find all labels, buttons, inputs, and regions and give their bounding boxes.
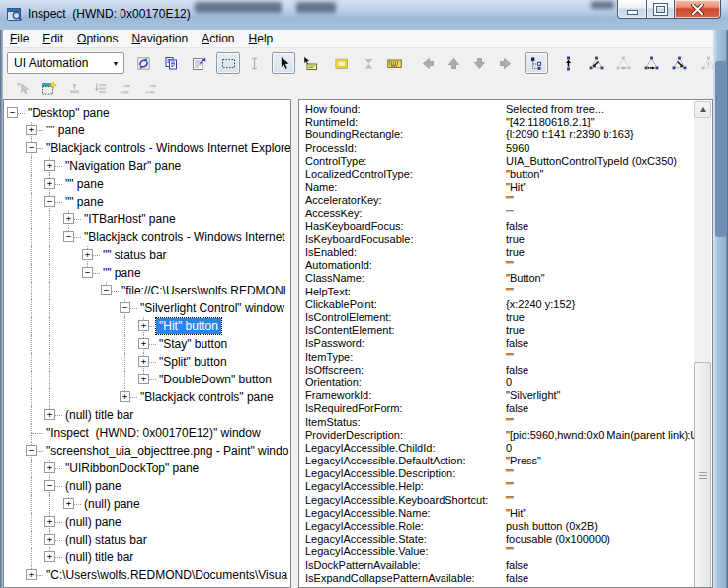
property-row[interactable]: ProcessId:5960 <box>301 142 694 155</box>
collapse-expander-icon[interactable]: − <box>120 302 130 313</box>
property-row[interactable]: Orientation:0 <box>301 377 694 389</box>
tree-row[interactable]: +(null) title bar <box>6 406 291 424</box>
expand-expander-icon[interactable]: + <box>26 125 37 135</box>
expand-expander-icon[interactable]: + <box>63 498 74 509</box>
maximize-button[interactable] <box>647 0 675 19</box>
show-bounding-rect-toggle[interactable] <box>216 52 240 74</box>
menu-action[interactable]: Action <box>195 31 241 46</box>
tree-row[interactable]: +"DoubleDown" button <box>6 371 291 388</box>
tree-row[interactable]: +"" pane <box>6 175 291 193</box>
menu-options[interactable]: Options <box>70 31 124 46</box>
focus-tracking-button[interactable] <box>37 77 60 99</box>
expand-expander-icon[interactable]: + <box>44 516 55 527</box>
property-row[interactable]: AutomationId:"" <box>301 259 694 272</box>
nav-last-child-button[interactable] <box>667 52 690 74</box>
property-row[interactable]: LegacyIAccessible.DefaultAction:"Press" <box>301 455 694 467</box>
tree-row[interactable]: +"" status bar <box>6 246 291 264</box>
menu-edit[interactable]: Edit <box>36 31 70 46</box>
scrollbar-up-button[interactable] <box>694 101 711 118</box>
tree-row[interactable]: −"Silverlight Control" window <box>6 299 291 317</box>
collapse-expander-icon[interactable]: − <box>82 267 93 278</box>
collapse-expander-icon[interactable]: − <box>101 285 112 295</box>
property-row[interactable]: BoundingRectangle:{l:2090 t:141 r:2390 b… <box>301 128 694 141</box>
property-row[interactable]: LegacyIAccessible.State:focusable (0x100… <box>301 533 694 546</box>
show-tooltip-button[interactable] <box>297 52 321 74</box>
expand-expander-icon[interactable]: + <box>44 160 55 171</box>
menu-file[interactable]: File <box>3 31 36 46</box>
property-row[interactable]: IsOffscreen:false <box>301 364 694 377</box>
property-row[interactable]: AcceleratorKey:"" <box>301 194 694 207</box>
menu-navigation[interactable]: Navigation <box>124 31 195 46</box>
minimize-button[interactable] <box>617 0 647 19</box>
collapse-expander-icon[interactable]: − <box>44 196 55 207</box>
tree-row[interactable]: +"C:\Users\wolfs.REDMOND\Documents\Visua <box>6 566 291 584</box>
expand-expander-icon[interactable]: + <box>44 534 55 545</box>
expand-expander-icon[interactable]: + <box>138 356 149 367</box>
property-row[interactable]: IsExpandCollapsePatternAvailable:false <box>301 572 694 585</box>
property-row[interactable]: LegacyIAccessible.Name:"Hit" <box>301 507 694 520</box>
tree-row[interactable]: +"Navigation Bar" pane <box>6 157 291 175</box>
tree-row[interactable]: +"ITBarHost" pane <box>6 210 291 228</box>
expand-expander-icon[interactable]: + <box>44 178 55 189</box>
close-button[interactable] <box>675 0 721 19</box>
property-row[interactable]: IsPassword:false <box>301 337 694 350</box>
tree-row[interactable]: +"Hit" button <box>6 317 291 335</box>
refresh-button[interactable] <box>131 52 155 74</box>
property-row[interactable]: IsRequiredForForm:false <box>301 402 694 415</box>
expand-expander-icon[interactable]: + <box>44 462 55 473</box>
tree-row[interactable]: −"" pane <box>6 193 291 210</box>
tree-row[interactable]: +(null) status bar <box>6 531 291 548</box>
titlebar[interactable]: Inspect (HWND: 0x00170E12) <box>0 0 728 31</box>
mode-combobox[interactable]: UI Automation ▼ <box>7 52 124 74</box>
tree-row[interactable]: −(null) pane <box>6 477 291 495</box>
property-row[interactable]: FrameworkId:"Silverlight" <box>301 389 694 402</box>
property-row[interactable]: ItemType:"" <box>301 351 694 364</box>
vertical-scrollbar[interactable] <box>694 101 711 587</box>
tree-row[interactable]: +"Stay" button <box>6 335 291 353</box>
property-row[interactable]: LegacyIAccessible.ChildId:0 <box>301 442 694 455</box>
property-row[interactable]: IsKeyboardFocusable:true <box>301 233 694 246</box>
property-row[interactable]: LegacyIAccessible.Help:"" <box>301 480 694 493</box>
property-row[interactable]: RuntimeId:"[42.1180618.2.1]" <box>301 116 694 128</box>
tree-view-toggle[interactable] <box>525 52 548 74</box>
cursor-tracking-toggle[interactable] <box>272 52 295 74</box>
expand-expander-icon[interactable]: + <box>44 551 55 562</box>
property-row[interactable]: LegacyIAccessible.KeyboardShortcut:"" <box>301 494 694 507</box>
property-row[interactable]: HelpText:"" <box>301 286 694 298</box>
expand-expander-icon[interactable]: + <box>26 569 37 580</box>
expand-expander-icon[interactable]: + <box>138 320 149 331</box>
property-row[interactable]: ProviderDescription:"[pid:5960,hwnd:0x0 … <box>301 429 694 442</box>
nav-parent-button[interactable] <box>556 52 580 74</box>
property-row[interactable]: AccessKey:"" <box>301 208 694 220</box>
property-row[interactable]: Name:"Hit" <box>301 181 694 194</box>
property-row[interactable]: ItemStatus:"" <box>301 416 694 429</box>
property-row[interactable]: ControlType:UIA_ButtonControlTypeId (0xC… <box>301 155 694 168</box>
copy-button[interactable] <box>159 52 183 74</box>
expand-expander-icon[interactable]: + <box>63 213 74 224</box>
expand-expander-icon[interactable]: + <box>44 409 55 420</box>
expand-expander-icon[interactable]: + <box>82 249 93 260</box>
tree-row[interactable]: −"" pane <box>6 264 291 282</box>
tree-row[interactable]: +"Split" button <box>6 353 291 371</box>
tree-row[interactable]: +(null) title bar <box>6 548 291 566</box>
property-row[interactable]: HasKeyboardFocus:false <box>301 220 694 233</box>
collapse-expander-icon[interactable]: − <box>26 142 37 153</box>
property-row[interactable]: How found:Selected from tree... <box>301 103 694 116</box>
property-row[interactable]: LegacyIAccessible.Role:push button (0x2B… <box>301 520 694 533</box>
property-row[interactable]: ClassName:"Button" <box>301 272 694 285</box>
tree-row[interactable]: −"Blackjack controls - Windows Internet <box>6 228 291 246</box>
nav-first-child-button[interactable] <box>584 52 607 74</box>
property-row[interactable]: IsDockPatternAvailable:false <box>301 559 694 572</box>
collapse-expander-icon[interactable]: − <box>63 231 74 242</box>
nav-next-sibling-button[interactable] <box>639 52 663 74</box>
property-row[interactable]: LegacyIAccessible.Description:"" <box>301 467 694 480</box>
tree-row[interactable]: +"Blackjack controls" pane <box>6 388 291 406</box>
expand-expander-icon[interactable]: + <box>138 338 149 349</box>
tree-row[interactable]: −"Desktop" pane <box>6 104 291 122</box>
tree-row[interactable]: −"Blackjack controls - Windows Internet … <box>6 139 291 157</box>
property-row[interactable]: IsEnabled:true <box>301 246 694 259</box>
expand-expander-icon[interactable]: + <box>120 391 130 402</box>
collapse-expander-icon[interactable]: − <box>7 107 18 118</box>
property-row[interactable]: LegacyIAccessible.Value:"" <box>301 546 694 558</box>
collapse-expander-icon[interactable]: − <box>26 445 37 456</box>
